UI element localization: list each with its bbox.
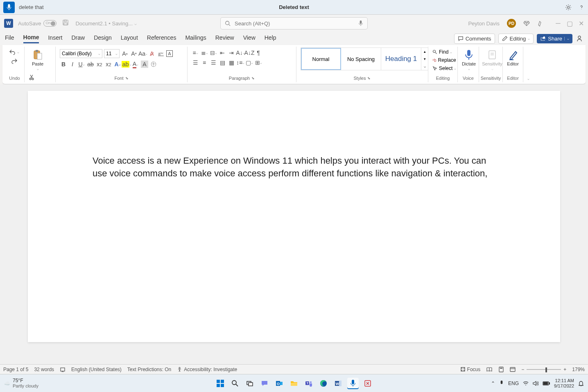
char-shading-icon[interactable]: A: [141, 61, 148, 68]
dictate-button[interactable]: Dictate⌵: [462, 49, 476, 71]
search-mic-icon[interactable]: [358, 20, 363, 26]
tab-mailings[interactable]: Mailings: [185, 34, 206, 43]
tab-design[interactable]: Design: [94, 34, 112, 43]
tab-insert[interactable]: Insert: [48, 34, 62, 43]
document-body-text[interactable]: Voice access is a new Experience on Wind…: [93, 154, 495, 180]
editor-button[interactable]: Editor: [507, 49, 519, 66]
document-page[interactable]: Voice access is a new Experience on Wind…: [28, 91, 560, 342]
strike-icon[interactable]: ab: [87, 61, 94, 68]
weather-widget[interactable]: ☁️ 75°F Partly cloudy: [4, 378, 38, 388]
chevron-down-icon[interactable]: ⌵: [564, 37, 569, 41]
shrink-font-icon[interactable]: A▾: [130, 50, 138, 57]
tab-references[interactable]: References: [147, 34, 176, 43]
tray-chevron-icon[interactable]: ⌃: [491, 381, 495, 386]
word-app-icon[interactable]: W: [4, 19, 13, 28]
font-color-icon[interactable]: A⌵: [132, 61, 139, 68]
superscript-icon[interactable]: x2: [105, 61, 112, 68]
clock[interactable]: 12:11 AM 9/17/2022: [554, 378, 574, 388]
bullets-icon[interactable]: ≡⌵: [192, 49, 199, 56]
zoom-control[interactable]: − +: [521, 367, 566, 372]
highlight-icon[interactable]: ab⌵: [123, 61, 130, 68]
explorer-button[interactable]: [288, 378, 300, 389]
tab-review[interactable]: Review: [215, 34, 234, 43]
font-name-combo[interactable]: Calibri (Body)⌵: [60, 49, 102, 58]
focus-mode-button[interactable]: Focus: [460, 367, 481, 372]
document-canvas[interactable]: Voice access is a new Experience on Wind…: [0, 84, 588, 364]
zoom-level[interactable]: 179%: [572, 367, 585, 372]
minimize-button[interactable]: ─: [555, 20, 561, 26]
numbering-icon[interactable]: ≣⌵: [201, 49, 208, 56]
multilevel-icon[interactable]: ⊟⌵: [210, 49, 217, 56]
collapse-ribbon-icon[interactable]: ⌵: [527, 77, 529, 81]
align-right-icon[interactable]: ☰: [210, 59, 217, 66]
language-indicator[interactable]: English (United States): [71, 367, 122, 372]
zoom-out-icon[interactable]: −: [521, 367, 524, 372]
style-normal[interactable]: Normal: [301, 48, 341, 70]
close-button[interactable]: ✕: [578, 20, 584, 26]
underline-icon[interactable]: U⌵: [78, 61, 85, 68]
maximize-button[interactable]: ▢: [567, 20, 572, 26]
select-button[interactable]: Select⌵: [432, 65, 456, 71]
save-icon[interactable]: [62, 19, 69, 27]
tab-draw[interactable]: Draw: [71, 34, 85, 43]
cut-icon[interactable]: [29, 74, 34, 81]
settings-icon[interactable]: [565, 4, 572, 11]
enclose-chars-icon[interactable]: ㊉: [150, 61, 157, 68]
text-effects-icon[interactable]: A⌵: [114, 61, 121, 68]
expand-icon[interactable]: ⌵: [424, 64, 426, 68]
snipping-tool-button[interactable]: [362, 378, 373, 389]
user-name-label[interactable]: Peyton Davis: [468, 20, 500, 27]
sort-az-icon[interactable]: A↓Z: [246, 49, 253, 56]
font-size-combo[interactable]: 11⌵: [104, 49, 120, 58]
justify-icon[interactable]: ▤: [219, 59, 226, 66]
tab-file[interactable]: File: [5, 34, 14, 43]
inc-indent-icon[interactable]: ⇥: [228, 49, 235, 56]
word-taskbar-button[interactable]: W: [332, 378, 344, 389]
style-nospacing[interactable]: No Spacing: [341, 48, 381, 70]
help-icon[interactable]: [578, 4, 585, 11]
edge-button[interactable]: [318, 378, 329, 389]
editing-mode-button[interactable]: Editing ⌵: [498, 34, 534, 44]
zoom-in-icon[interactable]: +: [563, 367, 566, 372]
grow-font-icon[interactable]: A▴: [121, 50, 129, 57]
paste-button[interactable]: Paste ⌵: [29, 49, 47, 71]
battery-icon[interactable]: [543, 381, 550, 386]
autosave-toggle[interactable]: AutoSave On: [18, 20, 57, 27]
dec-indent-icon[interactable]: ⇤: [219, 49, 226, 56]
search-input[interactable]: [235, 20, 354, 27]
dialog-launcher-icon[interactable]: ⬊: [251, 76, 255, 80]
dialog-launcher-icon[interactable]: ⬊: [367, 76, 371, 80]
web-layout-icon[interactable]: [510, 367, 516, 372]
tab-help[interactable]: Help: [265, 34, 276, 43]
align-center-icon[interactable]: ≡: [201, 59, 208, 66]
style-heading1[interactable]: Heading 1: [381, 48, 421, 70]
start-button[interactable]: [215, 378, 226, 389]
undo-icon[interactable]: [9, 49, 16, 55]
italic-icon[interactable]: I: [69, 61, 76, 68]
tray-language[interactable]: ENG: [508, 381, 519, 386]
avatar[interactable]: PD: [507, 19, 516, 28]
volume-icon[interactable]: [533, 381, 538, 386]
sort-icon[interactable]: A↓⌵: [237, 49, 244, 56]
accessibility-checker[interactable]: Accessibility: Investigate: [177, 367, 237, 372]
voice-access-taskbar-button[interactable]: [347, 378, 359, 389]
teams-present-icon[interactable]: [576, 35, 583, 42]
dialog-launcher-icon[interactable]: ⬊: [125, 76, 129, 80]
toggle-switch[interactable]: On: [43, 20, 57, 27]
scroll-up-icon[interactable]: ▴: [424, 50, 426, 54]
chevron-down-icon[interactable]: ⌵: [134, 21, 137, 26]
search-box[interactable]: [220, 17, 368, 29]
find-button[interactable]: Find⌵: [432, 49, 452, 55]
tab-layout[interactable]: Layout: [121, 34, 138, 43]
shading-icon[interactable]: ▢⌵: [246, 59, 253, 66]
phonetic-guide-icon[interactable]: aᵇᶜ: [157, 50, 165, 57]
tab-home[interactable]: Home: [23, 34, 39, 43]
document-title[interactable]: Document2.1 • Saving...: [75, 20, 133, 27]
change-case-icon[interactable]: Aa⌵: [139, 50, 147, 57]
outlook-button[interactable]: O: [274, 378, 285, 389]
subscript-icon[interactable]: x2: [96, 61, 103, 68]
teams-button[interactable]: T: [303, 378, 314, 389]
print-layout-icon[interactable]: [498, 367, 504, 372]
line-spacing-icon[interactable]: ↕≡⌵: [237, 59, 244, 66]
search-button[interactable]: [229, 378, 241, 389]
